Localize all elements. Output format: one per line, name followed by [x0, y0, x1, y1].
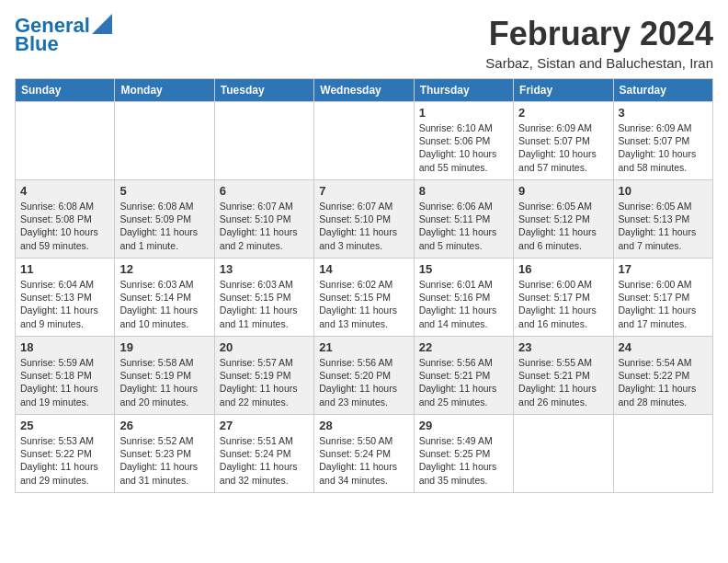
weekday-tuesday: Tuesday	[214, 79, 313, 102]
day-number: 14	[319, 262, 408, 276]
day-info: Sunrise: 5:51 AMSunset: 5:24 PMDaylight:…	[220, 434, 309, 487]
calendar-cell: 24Sunrise: 5:54 AMSunset: 5:22 PMDayligh…	[613, 337, 712, 415]
day-info: Sunrise: 5:56 AMSunset: 5:21 PMDaylight:…	[419, 356, 508, 408]
day-info: Sunrise: 6:00 AMSunset: 5:17 PMDaylight:…	[619, 278, 708, 330]
weekday-sunday: Sunday	[16, 79, 115, 102]
day-number: 10	[619, 184, 708, 198]
day-info: Sunrise: 6:05 AMSunset: 5:13 PMDaylight:…	[619, 200, 708, 252]
day-number: 1	[419, 106, 508, 120]
calendar-cell: 4Sunrise: 6:08 AMSunset: 5:08 PMDaylight…	[16, 180, 115, 259]
day-info: Sunrise: 6:06 AMSunset: 5:11 PMDaylight:…	[419, 200, 508, 252]
calendar-cell: 8Sunrise: 6:06 AMSunset: 5:11 PMDaylight…	[414, 180, 513, 259]
weekday-friday: Friday	[514, 79, 613, 102]
calendar-cell: 7Sunrise: 6:07 AMSunset: 5:10 PMDaylight…	[314, 180, 414, 259]
calendar-cell: 28Sunrise: 5:50 AMSunset: 5:24 PMDayligh…	[314, 415, 414, 493]
day-info: Sunrise: 6:09 AMSunset: 5:07 PMDaylight:…	[619, 121, 708, 174]
day-number: 24	[619, 340, 708, 354]
calendar-cell: 14Sunrise: 6:02 AMSunset: 5:15 PMDayligh…	[314, 259, 414, 337]
day-number: 13	[220, 262, 309, 276]
calendar-cell: 16Sunrise: 6:00 AMSunset: 5:17 PMDayligh…	[514, 259, 613, 337]
calendar-cell: 18Sunrise: 5:59 AMSunset: 5:18 PMDayligh…	[16, 337, 115, 415]
day-info: Sunrise: 6:08 AMSunset: 5:08 PMDaylight:…	[20, 200, 109, 252]
day-info: Sunrise: 6:10 AMSunset: 5:06 PMDaylight:…	[419, 121, 508, 174]
day-info: Sunrise: 6:04 AMSunset: 5:13 PMDaylight:…	[20, 278, 109, 330]
calendar-cell: 23Sunrise: 5:55 AMSunset: 5:21 PMDayligh…	[514, 337, 613, 415]
day-number: 23	[518, 340, 608, 354]
calendar-cell: 26Sunrise: 5:52 AMSunset: 5:23 PMDayligh…	[115, 415, 214, 493]
day-info: Sunrise: 5:49 AMSunset: 5:25 PMDaylight:…	[419, 434, 508, 487]
logo-icon	[92, 14, 112, 34]
day-number: 9	[518, 184, 608, 198]
calendar-table: SundayMondayTuesdayWednesdayThursdayFrid…	[15, 78, 713, 493]
day-number: 25	[20, 419, 109, 432]
calendar-cell: 17Sunrise: 6:00 AMSunset: 5:17 PMDayligh…	[613, 259, 712, 337]
calendar-cell	[514, 415, 613, 493]
calendar-cell: 5Sunrise: 6:08 AMSunset: 5:09 PMDaylight…	[115, 180, 214, 259]
day-info: Sunrise: 5:53 AMSunset: 5:22 PMDaylight:…	[20, 434, 109, 487]
calendar-cell: 21Sunrise: 5:56 AMSunset: 5:20 PMDayligh…	[314, 337, 414, 415]
day-number: 12	[119, 262, 209, 276]
week-row-2: 4Sunrise: 6:08 AMSunset: 5:08 PMDaylight…	[16, 180, 713, 259]
calendar-cell: 9Sunrise: 6:05 AMSunset: 5:12 PMDaylight…	[514, 180, 613, 259]
calendar-cell: 10Sunrise: 6:05 AMSunset: 5:13 PMDayligh…	[613, 180, 712, 259]
day-number: 26	[119, 419, 209, 432]
calendar-cell: 12Sunrise: 6:03 AMSunset: 5:14 PMDayligh…	[115, 259, 214, 337]
calendar-cell: 2Sunrise: 6:09 AMSunset: 5:07 PMDaylight…	[514, 102, 613, 180]
day-number: 29	[419, 419, 508, 432]
day-info: Sunrise: 5:55 AMSunset: 5:21 PMDaylight:…	[518, 356, 608, 408]
day-info: Sunrise: 5:54 AMSunset: 5:22 PMDaylight:…	[619, 356, 708, 408]
location-title: Sarbaz, Sistan and Baluchestan, Iran	[485, 55, 713, 71]
day-info: Sunrise: 5:50 AMSunset: 5:24 PMDaylight:…	[319, 434, 408, 487]
logo-blue: Blue	[15, 32, 59, 55]
calendar-cell: 22Sunrise: 5:56 AMSunset: 5:21 PMDayligh…	[414, 337, 513, 415]
day-info: Sunrise: 6:00 AMSunset: 5:17 PMDaylight:…	[518, 278, 608, 330]
calendar-cell	[214, 102, 313, 180]
calendar-cell: 15Sunrise: 6:01 AMSunset: 5:16 PMDayligh…	[414, 259, 513, 337]
day-number: 5	[119, 184, 209, 198]
month-title: February 2024	[485, 15, 713, 53]
day-number: 2	[518, 106, 608, 120]
day-number: 27	[220, 419, 309, 432]
day-number: 11	[20, 262, 109, 276]
day-number: 18	[20, 340, 109, 354]
day-info: Sunrise: 6:07 AMSunset: 5:10 PMDaylight:…	[319, 200, 408, 252]
logo-blue-text: Blue	[15, 32, 59, 55]
day-info: Sunrise: 5:58 AMSunset: 5:19 PMDaylight:…	[119, 356, 209, 408]
day-info: Sunrise: 6:07 AMSunset: 5:10 PMDaylight:…	[220, 200, 309, 252]
day-info: Sunrise: 6:03 AMSunset: 5:15 PMDaylight:…	[220, 278, 309, 330]
day-number: 15	[419, 262, 508, 276]
day-number: 21	[319, 340, 408, 354]
weekday-header-row: SundayMondayTuesdayWednesdayThursdayFrid…	[16, 79, 713, 102]
day-number: 20	[220, 340, 309, 354]
day-info: Sunrise: 5:57 AMSunset: 5:19 PMDaylight:…	[220, 356, 309, 408]
week-row-1: 1Sunrise: 6:10 AMSunset: 5:06 PMDaylight…	[16, 102, 713, 180]
calendar-cell: 25Sunrise: 5:53 AMSunset: 5:22 PMDayligh…	[16, 415, 115, 493]
calendar-cell: 20Sunrise: 5:57 AMSunset: 5:19 PMDayligh…	[214, 337, 313, 415]
week-row-3: 11Sunrise: 6:04 AMSunset: 5:13 PMDayligh…	[16, 259, 713, 337]
title-area: February 2024 Sarbaz, Sistan and Baluche…	[485, 15, 713, 71]
day-number: 4	[20, 184, 109, 198]
calendar-cell: 13Sunrise: 6:03 AMSunset: 5:15 PMDayligh…	[214, 259, 313, 337]
weekday-wednesday: Wednesday	[314, 79, 414, 102]
day-info: Sunrise: 6:09 AMSunset: 5:07 PMDaylight:…	[518, 121, 608, 174]
calendar-cell: 6Sunrise: 6:07 AMSunset: 5:10 PMDaylight…	[214, 180, 313, 259]
day-number: 3	[619, 106, 708, 120]
day-info: Sunrise: 5:52 AMSunset: 5:23 PMDaylight:…	[119, 434, 209, 487]
day-info: Sunrise: 6:03 AMSunset: 5:14 PMDaylight:…	[119, 278, 209, 330]
day-info: Sunrise: 6:01 AMSunset: 5:16 PMDaylight:…	[419, 278, 508, 330]
calendar-cell: 27Sunrise: 5:51 AMSunset: 5:24 PMDayligh…	[214, 415, 313, 493]
week-row-4: 18Sunrise: 5:59 AMSunset: 5:18 PMDayligh…	[16, 337, 713, 415]
weekday-monday: Monday	[115, 79, 214, 102]
calendar-cell: 3Sunrise: 6:09 AMSunset: 5:07 PMDaylight…	[613, 102, 712, 180]
week-row-5: 25Sunrise: 5:53 AMSunset: 5:22 PMDayligh…	[16, 415, 713, 493]
day-number: 8	[419, 184, 508, 198]
calendar-cell	[314, 102, 414, 180]
day-number: 16	[518, 262, 608, 276]
svg-marker-0	[92, 14, 112, 34]
day-number: 22	[419, 340, 508, 354]
calendar-cell	[613, 415, 712, 493]
calendar-cell	[115, 102, 214, 180]
calendar-cell: 29Sunrise: 5:49 AMSunset: 5:25 PMDayligh…	[414, 415, 513, 493]
day-info: Sunrise: 6:02 AMSunset: 5:15 PMDaylight:…	[319, 278, 408, 330]
day-number: 28	[319, 419, 408, 432]
